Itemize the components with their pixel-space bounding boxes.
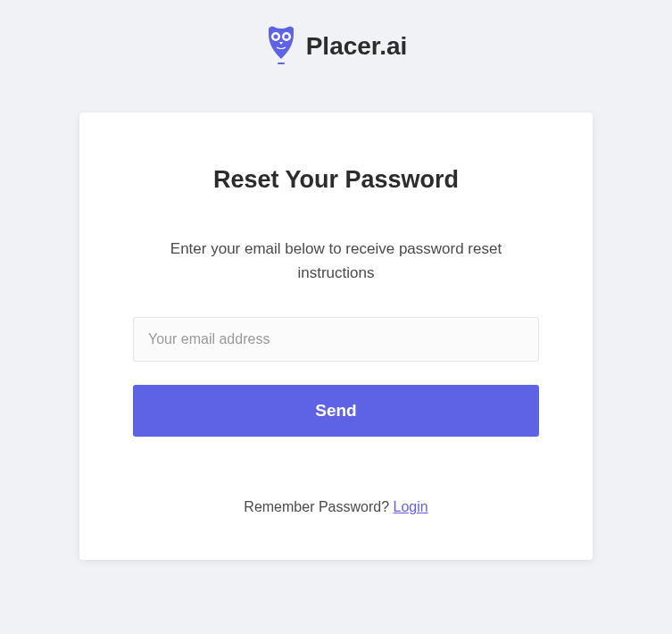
remember-prompt: Remember Password? [244,499,393,514]
footer-text: Remember Password? Login [244,499,427,515]
brand-logo: Placer.ai [265,25,408,68]
svg-rect-4 [278,63,285,64]
brand-name: Placer.ai [306,32,408,61]
card-description: Enter your email below to receive passwo… [133,237,539,285]
send-button[interactable]: Send [133,385,539,437]
login-link[interactable]: Login [394,499,428,514]
email-input[interactable] [133,317,539,362]
reset-password-card: Reset Your Password Enter your email bel… [79,113,593,560]
owl-icon [265,25,297,68]
svg-point-2 [273,35,278,39]
svg-point-3 [284,35,288,39]
card-title: Reset Your Password [213,166,459,194]
